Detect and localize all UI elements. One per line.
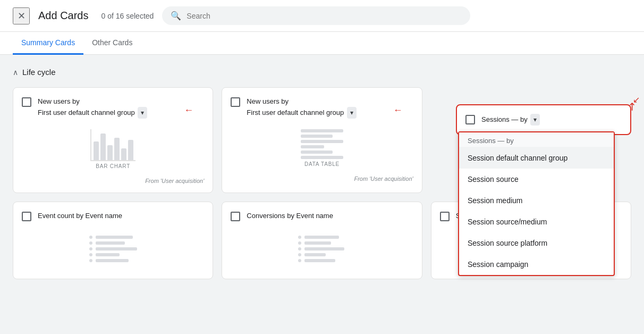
list-chart-5 — [298, 236, 346, 262]
dialog-subtitle: 0 of 16 selected — [101, 12, 154, 20]
card-conversions[interactable]: Conversions by Event name — [222, 202, 422, 279]
card2-dropdown-arrow: ▾ — [350, 108, 353, 118]
card5-checkbox[interactable] — [231, 212, 240, 221]
card1-visual: BAR CHART — [22, 125, 204, 173]
bar-chart-1 — [90, 129, 135, 161]
card2-chart-label: DATA TABLE — [301, 161, 343, 167]
card5-header: Conversions by Event name — [231, 211, 413, 221]
card3-visible[interactable]: Sessions — by ▾ — [456, 104, 631, 135]
dropdown-item-source-medium[interactable]: Session source/medium — [459, 211, 614, 232]
card3-title-visible: Sessions — by ▾ — [481, 114, 540, 126]
card6-checkbox[interactable] — [440, 212, 450, 221]
card-new-users-bar[interactable]: New users by First user default channel … — [13, 87, 213, 193]
bar — [121, 148, 126, 160]
card5-title: Conversions by Event name — [247, 211, 333, 221]
list-chart-4 — [89, 236, 137, 262]
dt-row — [301, 129, 343, 132]
section-title: Life cycle — [22, 68, 56, 77]
card2-visual: DATA TABLE — [231, 125, 413, 171]
dt-row — [301, 156, 343, 159]
dropdown-item-default-channel[interactable]: Session default channel group — [459, 147, 614, 169]
list-item — [298, 253, 346, 256]
card3-checkbox-visible[interactable] — [465, 115, 475, 124]
search-icon: 🔍 — [171, 11, 181, 21]
card2-header: New users by First user default channel … — [231, 96, 413, 119]
list-item — [89, 236, 137, 239]
list-item — [298, 259, 346, 262]
dt-row — [301, 145, 324, 148]
tab-bar: Summary Cards Other Cards — [0, 32, 644, 55]
bar — [107, 145, 113, 160]
dropdown-item-medium[interactable]: Session medium — [459, 190, 614, 211]
card4-header: Event count by Event name — [22, 211, 204, 221]
bar — [128, 140, 133, 160]
card2-title: New users by First user default channel … — [247, 96, 356, 119]
dt-row — [301, 135, 333, 138]
card1-dropdown-btn[interactable]: ▾ — [138, 107, 147, 119]
list-item — [298, 247, 346, 250]
card-event-count[interactable]: Event count by Event name — [13, 202, 213, 279]
list-item — [298, 241, 346, 245]
search-input[interactable] — [187, 12, 462, 20]
tab-other-cards[interactable]: Other Cards — [83, 32, 141, 55]
list-item — [298, 236, 346, 239]
card1-chart-label: BAR CHART — [90, 163, 135, 169]
card1-footer: From 'User acquisition' — [22, 178, 204, 184]
section-lifecycle[interactable]: ∧ Life cycle — [13, 68, 631, 77]
card4-checkbox[interactable] — [22, 212, 31, 221]
dialog-title: Add Cards — [38, 10, 89, 22]
card2-dropdown-btn[interactable]: ▾ — [347, 107, 357, 119]
close-icon: ✕ — [18, 10, 26, 22]
close-button[interactable]: ✕ — [13, 7, 30, 24]
card1-checkbox[interactable] — [22, 97, 31, 107]
dt-row — [301, 140, 343, 143]
section-toggle-icon: ∧ — [13, 68, 18, 77]
dt-row — [301, 151, 333, 154]
card3-dropdown-trigger[interactable]: ▾ — [530, 114, 540, 126]
search-box[interactable]: 🔍 — [162, 6, 470, 25]
card1-dropdown-arrow: ▾ — [141, 108, 144, 118]
card3-header-visible: Sessions — by ▾ — [465, 114, 622, 126]
card4-title: Event count by Event name — [38, 211, 122, 221]
list-item — [89, 259, 137, 262]
dropdown-item-source[interactable]: Session source — [459, 169, 614, 190]
dropdown-item-source-platform[interactable]: Session source platform — [459, 232, 614, 254]
data-table-2 — [301, 129, 343, 159]
sessions-dropdown-menu[interactable]: Sessions — by Session default channel gr… — [458, 131, 615, 276]
list-item — [89, 253, 137, 256]
list-item — [89, 241, 137, 245]
card1-title: New users by First user default channel … — [38, 96, 147, 119]
dialog-header: ✕ Add Cards 0 of 16 selected 🔍 — [0, 0, 644, 32]
card4-visual — [22, 228, 204, 270]
card2-footer: From 'User acquisition' — [231, 176, 413, 182]
bar — [114, 138, 120, 160]
bar — [94, 141, 99, 160]
card1-header: New users by First user default channel … — [22, 96, 204, 119]
tab-summary-cards[interactable]: Summary Cards — [13, 32, 83, 55]
bar — [100, 133, 106, 160]
dropdown-item-campaign[interactable]: Session campaign — [459, 254, 614, 275]
card-new-users-table[interactable]: New users by First user default channel … — [222, 87, 422, 193]
card5-visual — [231, 228, 413, 270]
card2-checkbox[interactable] — [231, 97, 240, 107]
list-item — [89, 247, 137, 250]
dropdown-partial-header: Sessions — by — [459, 132, 614, 147]
